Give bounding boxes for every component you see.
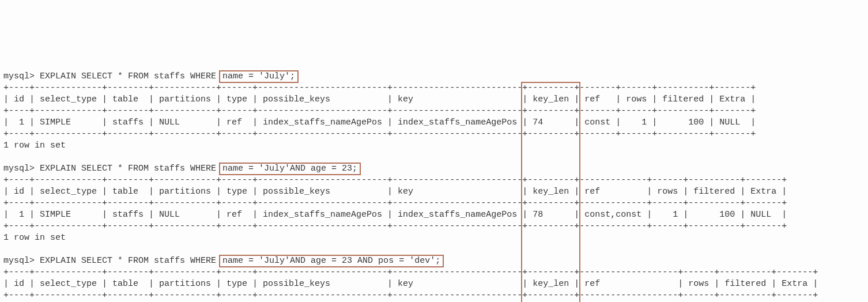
sql-explain: EXPLAIN SELECT * FROM staffs WHERE <box>40 164 221 173</box>
table-header: | id | select_type | table | partitions … <box>3 187 787 197</box>
row-count: 1 row in set <box>3 233 66 243</box>
table-separator: +----+-------------+--------+-----------… <box>3 221 787 231</box>
where-highlight-1: name = 'July'; <box>219 70 299 83</box>
terminal-output: mysql> EXPLAIN SELECT * FROM staffs WHER… <box>0 58 868 302</box>
table-separator: +----+-------------+--------+-----------… <box>3 267 818 277</box>
where-highlight-2: name = 'July'AND age = 23; <box>219 163 361 175</box>
sql-prompt: mysql> <box>3 71 40 81</box>
table-separator: +----+-------------+--------+-----------… <box>3 129 756 139</box>
table-row: | 1 | SIMPLE | staffs | NULL | ref | ind… <box>3 118 756 127</box>
where-highlight-3: name = 'July'AND age = 23 AND pos = 'dev… <box>219 255 444 267</box>
table-row: | 1 | SIMPLE | staffs | NULL | ref | ind… <box>3 210 787 220</box>
table-separator: +----+-------------+--------+-----------… <box>3 175 787 185</box>
table-separator: +----+-------------+--------+-----------… <box>3 198 787 208</box>
sql-explain: EXPLAIN SELECT * FROM staffs WHERE <box>40 256 221 266</box>
table-separator: +----+-------------+--------+-----------… <box>3 106 756 116</box>
table-header: | id | select_type | table | partitions … <box>3 279 818 289</box>
sql-prompt: mysql> <box>3 256 40 266</box>
table-separator: +----+-------------+--------+-----------… <box>3 83 756 93</box>
row-count: 1 row in set <box>3 141 66 150</box>
table-header: | id | select_type | table | partitions … <box>3 95 756 104</box>
sql-prompt: mysql> <box>3 164 40 173</box>
table-separator: +----+-------------+--------+-----------… <box>3 290 818 300</box>
sql-explain: EXPLAIN SELECT * FROM staffs WHERE <box>40 71 221 81</box>
